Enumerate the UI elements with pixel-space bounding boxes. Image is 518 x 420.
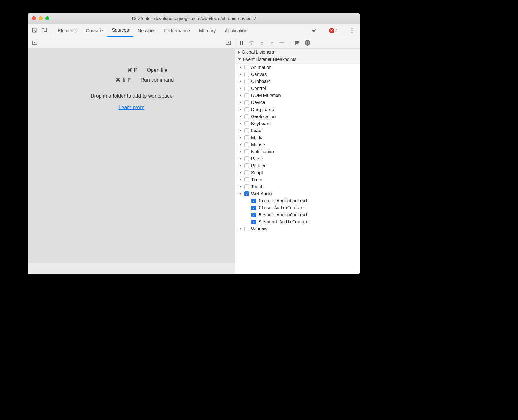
category-checkbox[interactable] — [244, 100, 249, 105]
category-checkbox[interactable] — [244, 191, 249, 196]
item-label: Close AudioContext — [259, 205, 305, 210]
breakpoint-category[interactable]: Timer — [235, 176, 360, 183]
category-checkbox[interactable] — [244, 93, 249, 98]
section-global-listeners[interactable]: Global Listeners — [235, 49, 360, 55]
breakpoint-category[interactable]: Mouse — [235, 141, 360, 148]
category-checkbox[interactable] — [244, 65, 249, 70]
pause-script-icon[interactable] — [238, 39, 245, 46]
svg-point-12 — [271, 41, 273, 41]
breakpoint-item[interactable]: Create AudioContext — [235, 197, 360, 204]
category-checkbox[interactable] — [244, 170, 249, 175]
tab-sources[interactable]: Sources — [107, 24, 133, 37]
category-label: WebAudio — [251, 191, 272, 196]
category-checkbox[interactable] — [244, 177, 249, 182]
category-checkbox[interactable] — [244, 72, 249, 77]
category-checkbox[interactable] — [244, 227, 249, 231]
sources-left-pane: ⌘ P Open file ⌘ ⇧ P Run command Drop in … — [28, 37, 235, 274]
category-checkbox[interactable] — [244, 135, 249, 140]
breakpoint-category[interactable]: Touch — [235, 183, 360, 190]
show-navigator-icon[interactable] — [31, 39, 39, 47]
item-checkbox[interactable] — [251, 220, 256, 224]
breakpoint-category[interactable]: Clipboard — [235, 78, 360, 85]
category-checkbox[interactable] — [244, 163, 249, 168]
item-label: Create AudioContext — [259, 198, 308, 203]
category-checkbox[interactable] — [244, 128, 249, 133]
svg-rect-2 — [44, 28, 47, 32]
shortcut-action: Run command — [140, 77, 174, 83]
section-event-listener-breakpoints[interactable]: Event Listener Breakpoints — [235, 55, 360, 64]
tab-network[interactable]: Network — [133, 24, 159, 37]
item-checkbox[interactable] — [251, 206, 256, 210]
step-over-icon[interactable] — [248, 39, 255, 46]
category-checkbox[interactable] — [244, 107, 249, 112]
category-checkbox[interactable] — [244, 184, 249, 189]
separator — [51, 26, 51, 35]
chevron-right-icon — [240, 101, 241, 104]
chevron-right-icon — [240, 178, 241, 181]
breakpoint-item[interactable]: Suspend AudioContext — [235, 218, 360, 225]
breakpoint-item[interactable]: Close AudioContext — [235, 204, 360, 211]
left-toolbar — [28, 37, 235, 49]
chevron-right-icon — [240, 94, 241, 97]
item-checkbox[interactable] — [251, 213, 256, 217]
category-label: Canvas — [251, 72, 267, 77]
chevron-right-icon — [240, 164, 241, 167]
breakpoint-category[interactable]: Control — [235, 85, 360, 92]
breakpoint-category[interactable]: Animation — [235, 64, 360, 71]
tabs: ElementsConsoleSourcesNetworkPerformance… — [53, 24, 252, 37]
more-tabs-icon[interactable]: » — [309, 28, 319, 33]
device-toggle-icon[interactable] — [40, 24, 49, 37]
breakpoint-category[interactable]: Device — [235, 99, 360, 106]
deactivate-breakpoints-icon[interactable] — [294, 39, 301, 46]
tab-elements[interactable]: Elements — [53, 24, 81, 37]
breakpoint-category[interactable]: Drag / drop — [235, 106, 360, 113]
chevron-right-icon — [240, 143, 241, 146]
category-checkbox[interactable] — [244, 149, 249, 154]
sources-footer — [28, 263, 235, 274]
category-checkbox[interactable] — [244, 79, 249, 84]
category-label: Window — [251, 226, 268, 231]
item-checkbox[interactable] — [251, 199, 256, 203]
category-checkbox[interactable] — [244, 156, 249, 161]
svg-point-3 — [352, 28, 352, 29]
category-checkbox[interactable] — [244, 86, 249, 91]
tab-application[interactable]: Application — [220, 24, 252, 37]
breakpoint-category[interactable]: Notification — [235, 148, 360, 155]
breakpoint-category[interactable]: Geolocation — [235, 113, 360, 120]
learn-more-link[interactable]: Learn more — [119, 105, 145, 110]
breakpoint-category[interactable]: Parse — [235, 155, 360, 162]
breakpoint-category[interactable]: Canvas — [235, 71, 360, 78]
breakpoint-category[interactable]: DOM Mutation — [235, 92, 360, 99]
category-label: Device — [251, 100, 265, 105]
settings-menu-icon[interactable] — [348, 28, 356, 33]
svg-rect-8 — [240, 41, 241, 45]
error-indicator[interactable]: ✕ 1 — [329, 28, 338, 33]
step-into-icon[interactable] — [258, 39, 265, 46]
category-label: Load — [251, 128, 261, 133]
show-debugger-icon[interactable] — [224, 39, 233, 47]
breakpoint-category[interactable]: Media — [235, 134, 360, 141]
pause-on-exceptions-icon[interactable] — [304, 39, 311, 46]
chevron-right-icon — [240, 66, 241, 69]
debugger-pane: Global Listeners Event Listener Breakpoi… — [235, 37, 360, 274]
breakpoint-item[interactable]: Resume AudioContext — [235, 211, 360, 218]
category-checkbox[interactable] — [244, 142, 249, 147]
chevron-down-icon — [239, 193, 242, 195]
chevron-right-icon — [240, 122, 241, 125]
item-label: Resume AudioContext — [259, 212, 308, 217]
tab-console[interactable]: Console — [81, 24, 107, 37]
breakpoint-category[interactable]: Keyboard — [235, 120, 360, 127]
tab-performance[interactable]: Performance — [159, 24, 195, 37]
step-out-icon[interactable] — [269, 39, 276, 46]
chevron-right-icon — [240, 150, 241, 153]
breakpoint-category[interactable]: Window — [235, 225, 360, 232]
breakpoint-category[interactable]: Script — [235, 169, 360, 176]
category-checkbox[interactable] — [244, 121, 249, 126]
inspect-element-icon[interactable] — [30, 24, 40, 37]
category-checkbox[interactable] — [244, 114, 249, 119]
breakpoint-category[interactable]: WebAudio — [235, 190, 360, 197]
step-icon[interactable] — [279, 39, 286, 46]
tab-memory[interactable]: Memory — [195, 24, 220, 37]
breakpoint-category[interactable]: Pointer — [235, 162, 360, 169]
breakpoint-category[interactable]: Load — [235, 127, 360, 134]
